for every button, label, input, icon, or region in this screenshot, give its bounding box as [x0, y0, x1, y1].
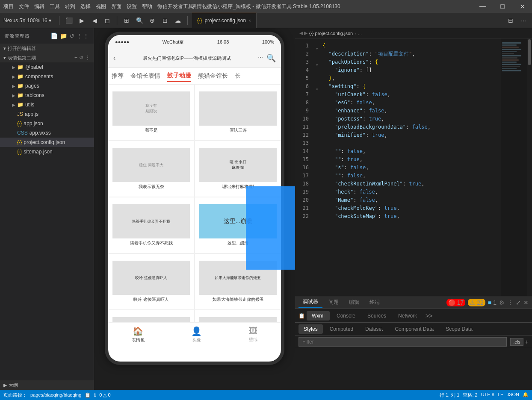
- tree-item-appjson[interactable]: ▶ {·} app.json: [0, 119, 94, 128]
- sidebar-header-icons[interactable]: 📄 📁 ↺ ⋮⋮: [50, 32, 89, 39]
- debug-sub-tabs[interactable]: 📋 Wxml Console Sources Network >>: [295, 309, 532, 323]
- fold-arrow-3[interactable]: ▾: [316, 87, 318, 91]
- maximize-button[interactable]: □: [493, 0, 512, 13]
- package-icons[interactable]: + ↺ ⋮: [74, 55, 90, 61]
- debug-subtab-sources[interactable]: Sources: [362, 311, 391, 321]
- menu-file[interactable]: 文件: [19, 3, 29, 10]
- fold-arrow-1[interactable]: ▾: [316, 47, 318, 51]
- tree-item-sitemap[interactable]: ▶ {·} sitemap.json: [0, 147, 94, 156]
- bottom-tab-avatar[interactable]: 👤 头像: [191, 326, 202, 343]
- back-icon[interactable]: ◀: [89, 15, 100, 26]
- phone-nav-icons[interactable]: ··· 🔍: [258, 53, 276, 63]
- maximize-debug-icon[interactable]: ⤢: [516, 299, 521, 306]
- editor-scrollbar[interactable]: [527, 38, 532, 296]
- tree-item-appwxss[interactable]: ▶ CSS app.wxss: [0, 128, 94, 138]
- editor-tab-project-config[interactable]: {·} project.config.json ×: [192, 13, 257, 28]
- window-controls[interactable]: — □ ✕: [473, 0, 532, 13]
- cat-panda[interactable]: 熊猫金馆长: [198, 71, 228, 82]
- editor-tab-close[interactable]: ×: [248, 18, 251, 23]
- debug-subtab-wxml[interactable]: Wxml: [307, 311, 330, 321]
- tree-item-projectconfig[interactable]: ▶ {·} project.config.json: [0, 138, 94, 147]
- emoji-card-1[interactable]: 我没有别跟说 我不是: [108, 85, 194, 140]
- menu-project[interactable]: 项目: [3, 3, 14, 10]
- emoji-card-5[interactable]: 隔着手机你又弄不死我 隔着手机你又弄不死我: [108, 197, 194, 253]
- menu-wechat-tools[interactable]: 微信开发者工具: [157, 3, 193, 10]
- phone-bottom-tabs[interactable]: 🏠 表情包 👤 头像 🖼 壁纸: [108, 322, 281, 346]
- menu-select[interactable]: 选择: [80, 3, 91, 10]
- package-refresh-icon[interactable]: ↺: [79, 55, 83, 61]
- add-icon[interactable]: ⊕: [147, 15, 157, 26]
- cloud-icon[interactable]: ☁: [173, 15, 183, 26]
- menu-interface[interactable]: 界面: [111, 3, 121, 10]
- tree-item-tablcons[interactable]: ▶ 📁 tablcons: [0, 91, 94, 100]
- code-area[interactable]: { "description": "项目配置文件", "packOptions"…: [319, 38, 501, 296]
- debug-icons[interactable]: 🔴 17 ⚠ 22 ■ 1 ⚙ ⋮ ⤢ ✕: [446, 299, 529, 306]
- inspector-tabs[interactable]: Styles Computed Dataset Component Data S…: [295, 323, 532, 335]
- search-icon[interactable]: 🔍: [134, 15, 145, 26]
- menu-edit[interactable]: 编辑: [34, 3, 44, 10]
- device-selector[interactable]: Nexus 5X 100% 16 ▾: [3, 18, 51, 24]
- emoji-card-10[interactable]: 🔍 瞅你妈 你个傻逼: [195, 310, 281, 322]
- inspector-tab-dataset[interactable]: Dataset: [360, 324, 388, 334]
- new-file-icon[interactable]: 📄: [50, 32, 58, 39]
- tree-item-pages[interactable]: ▶ 📁 pages: [0, 81, 94, 91]
- debug-tab-edit[interactable]: 编辑: [345, 297, 364, 308]
- inspector-tab-styles[interactable]: Styles: [299, 324, 323, 334]
- cat-wenzi[interactable]: 蚊子动漫: [167, 70, 191, 82]
- phone-category-bar[interactable]: 推荐 金馆长表情 蚊子动漫 熊猫金馆长 长: [108, 68, 281, 85]
- menu-tools[interactable]: 工具: [50, 3, 60, 10]
- phone-more-icon[interactable]: ···: [258, 53, 263, 63]
- refresh-icon[interactable]: ◻: [102, 15, 112, 26]
- emoji-card-7[interactable]: 咬吟 这傻逼真吓人 咬吟 这傻逼真吓人: [108, 254, 194, 309]
- fold-arrow-2[interactable]: ▾: [316, 63, 318, 67]
- more-debug-icon[interactable]: ⋮: [507, 299, 513, 306]
- close-debug-icon[interactable]: ✕: [523, 299, 529, 306]
- inspector-tab-computed[interactable]: Computed: [325, 324, 358, 334]
- cls-button[interactable]: .cls: [510, 338, 523, 346]
- menu-help[interactable]: 帮助: [142, 3, 152, 10]
- bottom-tab-emoji[interactable]: 🏠 表情包: [132, 326, 145, 343]
- layout-icon[interactable]: ⊞: [121, 15, 132, 26]
- filter-input[interactable]: [299, 337, 507, 347]
- emoji-card-2[interactable]: 否认三连: [195, 85, 281, 140]
- refresh-sidebar-icon[interactable]: ↺: [69, 32, 75, 39]
- menu-goto[interactable]: 转到: [65, 3, 75, 10]
- add-style-icon[interactable]: +: [525, 338, 529, 345]
- open-editors-section[interactable]: ▾ 打开的编辑器: [0, 44, 94, 53]
- compile-icon[interactable]: ▶: [77, 15, 87, 26]
- close-button[interactable]: ✕: [512, 0, 532, 13]
- stop-icon[interactable]: ⬛: [64, 15, 74, 26]
- outline-section[interactable]: ▶ 大纲: [0, 380, 94, 390]
- package-section[interactable]: ▾ 表情包第二期 + ↺ ⋮: [0, 53, 94, 62]
- new-folder-icon[interactable]: 📁: [60, 32, 68, 39]
- inspector-tab-scope-data[interactable]: Scope Data: [440, 324, 478, 334]
- scroll-thumb[interactable]: [528, 39, 531, 65]
- settings-icon[interactable]: ⚙: [499, 299, 505, 306]
- bottom-tab-wallpaper[interactable]: 🖼 壁纸: [249, 326, 257, 343]
- package-menu-icon[interactable]: ⋮: [85, 55, 90, 61]
- menu-view[interactable]: 视图: [96, 3, 106, 10]
- component-icon[interactable]: ⊡: [160, 15, 170, 26]
- inspector-tab-component-data[interactable]: Component Data: [390, 324, 439, 334]
- emoji-card-3[interactable]: 稳住 问题不大 我表示很无奈: [108, 141, 194, 197]
- cat-tuijian[interactable]: 推荐: [112, 71, 124, 82]
- debug-subtab-network[interactable]: Network: [393, 311, 422, 321]
- debug-tab-terminal[interactable]: 终端: [365, 297, 384, 308]
- tree-item-appjs[interactable]: ▶ JS app.js: [0, 109, 94, 119]
- menu-settings[interactable]: 设置: [127, 3, 137, 10]
- split-editor-icon[interactable]: ⊟: [505, 15, 516, 26]
- subtab-more-icon[interactable]: >>: [424, 311, 434, 321]
- package-add-icon[interactable]: +: [74, 55, 77, 61]
- debug-tab-debugger[interactable]: 调试器: [299, 297, 322, 308]
- debug-tabs[interactable]: 调试器 问题 编辑 终端 🔴 17 ⚠ 22 ■ 1 ⚙ ⋮ ⤢ ✕: [295, 296, 532, 309]
- breadcrumb-arrows[interactable]: ◀ ▶: [299, 30, 307, 36]
- more-icon[interactable]: ···: [518, 15, 529, 26]
- tree-item-utils[interactable]: ▶ 📁 utils: [0, 100, 94, 109]
- minimize-button[interactable]: —: [473, 0, 493, 13]
- status-bell-icon[interactable]: 🔔: [523, 392, 529, 398]
- cat-more[interactable]: 长: [235, 71, 241, 82]
- debug-tab-issues[interactable]: 问题: [324, 297, 343, 308]
- status-info-icon[interactable]: ℹ: [94, 392, 96, 398]
- debug-filter-bar[interactable]: .cls +: [295, 335, 532, 348]
- emoji-card-9[interactable]: 怎么回事一直睡不着 怎么回事一直睡不着: [108, 310, 194, 322]
